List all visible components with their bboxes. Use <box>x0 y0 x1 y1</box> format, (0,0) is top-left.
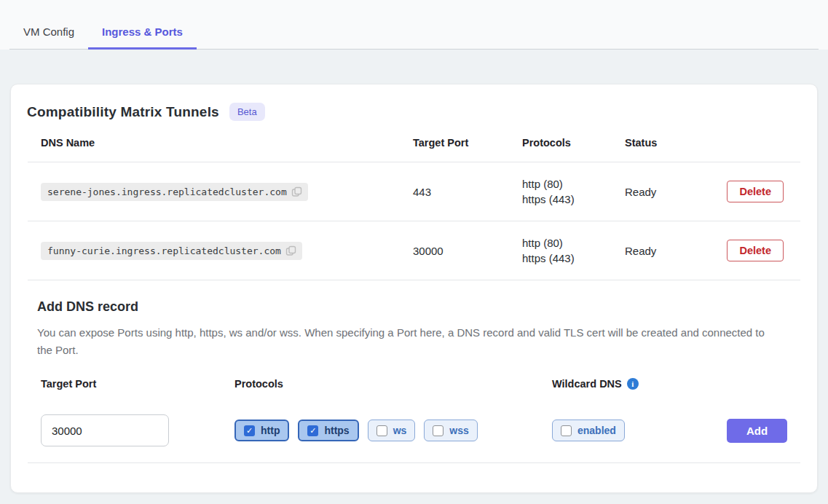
target-port-input[interactable] <box>41 414 169 446</box>
checkbox-empty-icon <box>433 425 443 436</box>
checkbox-wildcard-enabled[interactable]: enabled <box>552 420 625 441</box>
target-port-cell: 30000 <box>413 245 522 257</box>
dns-name-text: serene-jones.ingress.replicatedcluster.c… <box>47 186 287 197</box>
add-dns-title: Add DNS record <box>37 280 791 324</box>
beta-badge: Beta <box>229 103 265 121</box>
main-content: Compatibility Matrix Tunnels Beta DNS Na… <box>0 50 828 493</box>
form-label-protocols: Protocols <box>234 378 552 390</box>
checkbox-ws[interactable]: ws <box>368 420 416 441</box>
card-header: Compatibility Matrix Tunnels Beta <box>11 84 817 127</box>
delete-button[interactable]: Delete <box>727 181 784 202</box>
checkbox-check-icon: ✓ <box>307 425 318 436</box>
form-label-wildcard-dns: Wildcard DNS <box>552 378 622 390</box>
add-form-row: ✓ http ✓ https ws wss <box>28 401 800 462</box>
tab-bar: VM Config Ingress & Ports <box>0 0 828 50</box>
target-port-cell: 443 <box>413 186 522 198</box>
protocol-line: https (443) <box>522 192 625 207</box>
checkbox-check-icon: ✓ <box>244 425 255 436</box>
info-icon[interactable]: i <box>627 378 639 390</box>
protocol-line: http (80) <box>522 176 625 192</box>
add-button[interactable]: Add <box>727 419 787 443</box>
add-dns-section: Add DNS record You can expose Ports usin… <box>11 280 817 463</box>
protocol-line: http (80) <box>522 235 625 251</box>
col-header-dns-name: DNS Name <box>41 137 413 149</box>
copy-icon[interactable] <box>285 245 296 256</box>
form-label-target-port: Target Port <box>41 378 234 390</box>
copy-icon[interactable] <box>291 186 302 197</box>
col-header-target-port: Target Port <box>413 137 522 149</box>
tab-vm-config[interactable]: VM Config <box>9 15 88 50</box>
tunnels-table: DNS Name Target Port Protocols Status se… <box>11 127 817 280</box>
form-header-row: Target Port Protocols Wildcard DNS i <box>28 359 800 401</box>
protocol-line: https (443) <box>522 251 625 266</box>
checkbox-empty-icon <box>376 425 387 436</box>
card-title: Compatibility Matrix Tunnels <box>27 104 219 120</box>
checkbox-https[interactable]: ✓ https <box>298 420 358 441</box>
dns-name-pill: funny-curie.ingress.replicatedcluster.co… <box>41 242 302 260</box>
table-row: funny-curie.ingress.replicatedcluster.co… <box>28 221 800 280</box>
delete-button[interactable]: Delete <box>727 240 784 261</box>
tab-ingress-ports[interactable]: Ingress & Ports <box>88 15 197 50</box>
checkbox-empty-icon <box>561 425 572 436</box>
checkbox-http[interactable]: ✓ http <box>234 420 289 441</box>
col-header-status: Status <box>625 137 726 149</box>
checkbox-label: enabled <box>577 425 616 436</box>
status-cell: Ready <box>625 186 726 198</box>
checkbox-label: http <box>261 425 280 436</box>
divider <box>28 462 800 463</box>
status-cell: Ready <box>625 245 726 257</box>
table-row: serene-jones.ingress.replicatedcluster.c… <box>28 162 800 221</box>
col-header-protocols: Protocols <box>522 137 625 149</box>
protocol-checkbox-group: ✓ http ✓ https ws wss <box>234 420 552 441</box>
checkbox-wss[interactable]: wss <box>424 420 477 441</box>
checkbox-label: wss <box>449 425 468 436</box>
tunnels-card: Compatibility Matrix Tunnels Beta DNS Na… <box>10 84 818 493</box>
dns-name-text: funny-curie.ingress.replicatedcluster.co… <box>47 245 281 256</box>
dns-name-pill: serene-jones.ingress.replicatedcluster.c… <box>41 183 308 201</box>
checkbox-label: https <box>324 425 349 436</box>
add-dns-description: You can expose Ports using http, https, … <box>37 324 773 359</box>
checkbox-label: ws <box>393 425 407 436</box>
table-header-row: DNS Name Target Port Protocols Status <box>28 127 800 162</box>
